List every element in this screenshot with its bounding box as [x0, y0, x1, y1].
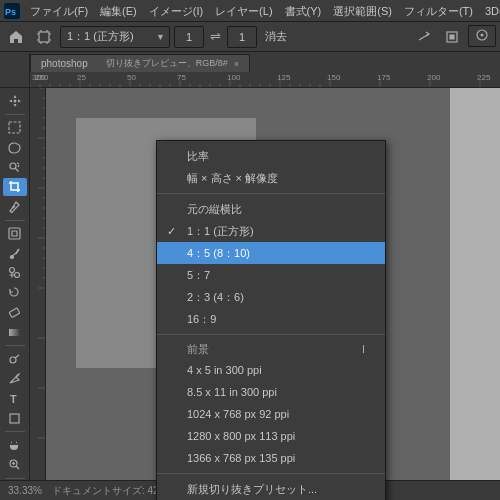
width-input[interactable]: [174, 26, 204, 48]
left-toolbar: T: [0, 88, 30, 500]
menu-image[interactable]: イメージ(I): [143, 0, 209, 22]
menu-edit[interactable]: 編集(E): [94, 0, 143, 22]
dd-item-wxh-label: 幅 × 高さ × 解像度: [187, 171, 278, 186]
aspect-ratio-dropdown[interactable]: 1：1 (正方形) ▼: [60, 26, 170, 48]
shape-tool-btn[interactable]: [3, 409, 27, 427]
tool-separator-4: [5, 431, 25, 432]
doc-tab-close[interactable]: ×: [234, 59, 239, 69]
dd-item-4-5-label: 4：5 (8：10): [187, 246, 250, 261]
dd-item-16-9-label: 16：9: [187, 312, 216, 327]
svg-text:250: 250: [35, 73, 49, 82]
quick-select-tool-btn[interactable]: [3, 158, 27, 176]
ps-logo: Ps: [4, 2, 20, 20]
dd-item-2-3[interactable]: 2：3 (4：6): [157, 286, 385, 308]
menu-filter[interactable]: フィルター(T): [398, 0, 479, 22]
ruler-row: /* ticks rendered below */: [0, 72, 500, 88]
svg-text:200: 200: [427, 73, 441, 82]
aspect-ratio-label: 1：1 (正方形): [67, 29, 134, 44]
menu-layer[interactable]: レイヤー(L): [209, 0, 278, 22]
svg-point-58: [10, 268, 15, 273]
zoom-tool-btn[interactable]: [3, 456, 27, 474]
height-input[interactable]: [227, 26, 257, 48]
dd-header-foreground: 前景 I: [157, 339, 385, 359]
doc-tab-sep: [92, 57, 102, 71]
menu-select[interactable]: 選択範囲(S): [327, 0, 398, 22]
dd-item-1280x800[interactable]: 1280 x 800 px 113 ppi: [157, 425, 385, 447]
brush-tool-btn[interactable]: [3, 244, 27, 262]
svg-text:25: 25: [77, 73, 86, 82]
dd-item-1366x768-label: 1366 x 768 px 135 ppi: [187, 452, 295, 464]
menu-bar: Ps ファイル(F) 編集(E) イメージ(I) レイヤー(L) 書式(Y) 選…: [0, 0, 500, 22]
gradient-tool-btn[interactable]: [3, 323, 27, 341]
dd-item-new-preset[interactable]: 新規切り抜きプリセット...: [157, 478, 385, 500]
dd-item-4x5[interactable]: 4 x 5 in 300 ppi: [157, 359, 385, 381]
canvas-area[interactable]: 比率 幅 × 高さ × 解像度 元の縦横比 ✓ 1：1 (正方形) 4：5 (8…: [46, 88, 500, 500]
home-icon-btn[interactable]: [4, 25, 28, 49]
svg-rect-61: [9, 329, 20, 336]
hand-tool-btn[interactable]: [3, 436, 27, 454]
crop-straighten-icon-btn[interactable]: [32, 25, 56, 49]
svg-point-57: [11, 255, 14, 258]
clear-button[interactable]: 消去: [261, 29, 291, 44]
dd-sep-2: [157, 334, 385, 335]
eyedropper-tool-btn[interactable]: [3, 198, 27, 216]
ruler-corner: [0, 72, 30, 88]
clone-tool-btn[interactable]: [3, 264, 27, 282]
dd-item-wxh[interactable]: 幅 × 高さ × 解像度: [157, 167, 385, 189]
dd-item-8x11-label: 8.5 x 11 in 300 ppi: [187, 386, 277, 398]
dd-item-1366x768[interactable]: 1366 x 768 px 135 ppi: [157, 447, 385, 469]
tool-separator-2: [5, 220, 25, 221]
menu-type[interactable]: 書式(Y): [279, 0, 328, 22]
dd-check-1-1: ✓: [167, 225, 176, 238]
svg-text:75: 75: [177, 73, 186, 82]
doc-tabs: photoshop 切り抜きプレビュー、RGB/8# ×: [0, 52, 500, 72]
move-tool-btn[interactable]: [3, 92, 27, 110]
select-rect-tool-btn[interactable]: [3, 119, 27, 137]
svg-point-53: [13, 99, 16, 102]
dd-item-1-1[interactable]: ✓ 1：1 (正方形): [157, 220, 385, 242]
zoom-level: 33.33%: [8, 485, 42, 496]
patch-tool-btn[interactable]: [3, 224, 27, 242]
content-aware-icon-btn[interactable]: [440, 25, 464, 49]
doc-tab-name: photoshop: [41, 58, 88, 69]
svg-rect-56: [9, 228, 20, 239]
svg-text:225: 225: [477, 73, 491, 82]
svg-text:125: 125: [277, 73, 291, 82]
dd-item-1024x768[interactable]: 1024 x 768 px 92 ppi: [157, 403, 385, 425]
doc-tab-info: 切り抜きプレビュー、RGB/8#: [106, 57, 228, 70]
crop-tool-btn[interactable]: [3, 178, 27, 196]
doc-tab-main[interactable]: photoshop 切り抜きプレビュー、RGB/8# ×: [30, 54, 250, 72]
dd-item-1024x768-label: 1024 x 768 px 92 ppi: [187, 408, 289, 420]
dd-item-ratio-label: 比率: [187, 149, 209, 164]
pen-tool-btn[interactable]: [3, 370, 27, 388]
tool-separator-5: [5, 478, 25, 479]
menu-file[interactable]: ファイル(F): [24, 0, 94, 22]
preset-options-button[interactable]: [468, 25, 496, 47]
dd-item-8x11[interactable]: 8.5 x 11 in 300 ppi: [157, 381, 385, 403]
history-brush-tool-btn[interactable]: [3, 284, 27, 302]
menu-3d[interactable]: 3D(D): [479, 0, 500, 22]
dd-item-16-9[interactable]: 16：9: [157, 308, 385, 330]
straighten-icon-btn[interactable]: [412, 25, 436, 49]
svg-text:Ps: Ps: [5, 7, 16, 17]
dd-item-5-7-label: 5：7: [187, 268, 210, 283]
ruler-horizontal: /* ticks rendered below */: [30, 72, 500, 88]
eraser-tool-btn[interactable]: [3, 304, 27, 322]
dd-item-1280x800-label: 1280 x 800 px 113 ppi: [187, 430, 295, 442]
type-tool-btn[interactable]: T: [3, 390, 27, 408]
aspect-ratio-dropdown-menu: 比率 幅 × 高さ × 解像度 元の縦横比 ✓ 1：1 (正方形) 4：5 (8…: [156, 140, 386, 500]
dd-item-original-label: 元の縦横比: [187, 202, 242, 217]
dd-sep-3: [157, 473, 385, 474]
svg-point-5: [481, 33, 484, 36]
svg-text:100: 100: [227, 73, 241, 82]
dd-item-2-3-label: 2：3 (4：6): [187, 290, 244, 305]
dd-item-ratio[interactable]: 比率: [157, 145, 385, 167]
dd-item-5-7[interactable]: 5：7: [157, 264, 385, 286]
dd-item-4-5[interactable]: 4：5 (8：10): [157, 242, 385, 264]
dodge-tool-btn[interactable]: [3, 350, 27, 368]
dd-sep-1: [157, 193, 385, 194]
svg-text:50: 50: [127, 73, 136, 82]
svg-point-59: [15, 273, 20, 278]
dd-item-original[interactable]: 元の縦横比: [157, 198, 385, 220]
lasso-tool-btn[interactable]: [3, 138, 27, 156]
